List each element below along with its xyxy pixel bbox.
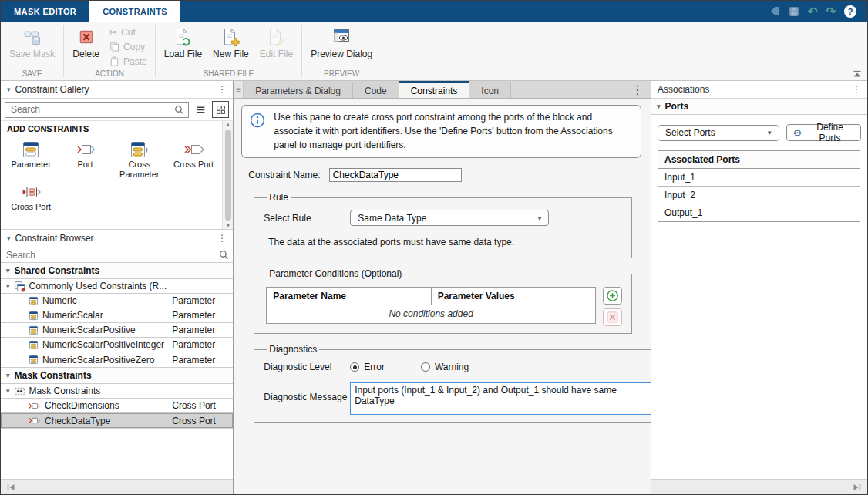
cross-port-red-constraint-icon <box>21 182 41 202</box>
save-mask-button[interactable]: Save Mask <box>4 24 60 61</box>
gallery-scrollbar[interactable]: ▲ ▼ <box>222 121 233 229</box>
kebab-menu-icon[interactable]: ⋮ <box>217 233 227 244</box>
tabbar-grip-icon[interactable]: ≡ <box>234 81 244 98</box>
grid-view-button[interactable] <box>212 101 229 118</box>
conditions-empty-text: No conditions added <box>267 305 595 323</box>
scroll-down-icon[interactable]: ▼ <box>225 222 231 229</box>
search-icon <box>219 250 229 260</box>
tree-group-row[interactable]: ▾ Mask Constraints <box>1 384 233 399</box>
collapse-ribbon-icon[interactable] <box>853 70 862 78</box>
diagnostic-message-input[interactable]: Input ports (Input_1 & Input_2) and Outp… <box>350 382 651 415</box>
table-row-checkdimensions[interactable]: CheckDimensions Cross Port <box>1 399 233 413</box>
shared-constraints-section-header[interactable]: ▾ Shared Constraints <box>1 263 233 279</box>
paste-button[interactable]: Paste <box>105 54 152 69</box>
table-row[interactable]: NumericScalar Parameter <box>1 308 233 323</box>
browser-search-input[interactable] <box>5 249 219 261</box>
collapse-caret-icon[interactable]: ▾ <box>6 387 10 395</box>
save-icon[interactable] <box>789 6 799 17</box>
ribbon-group-label-shared-file: SHARED FILE <box>159 69 298 80</box>
load-file-icon <box>173 26 193 48</box>
table-row[interactable]: NumericScalarPositiveInteger Parameter <box>1 338 233 352</box>
tab-icon[interactable]: Icon <box>469 81 511 98</box>
collapse-panel-left-icon[interactable] <box>6 483 15 492</box>
undo-icon[interactable]: ↶ <box>808 5 818 17</box>
copy-icon <box>109 42 119 52</box>
associations-title: Associations <box>658 84 709 95</box>
tab-constraints[interactable]: Constraints <box>399 81 470 98</box>
constraint-name-label: Constraint Name: <box>248 170 320 180</box>
gallery-item-cross-port[interactable]: Cross Port <box>167 140 220 179</box>
table-row[interactable]: NumericScalarPositive Parameter <box>1 323 233 338</box>
list-view-button[interactable] <box>192 101 209 118</box>
radio-error[interactable]: Error <box>350 362 385 372</box>
new-file-button[interactable]: New File <box>207 24 254 61</box>
gallery-search-input[interactable] <box>9 103 174 116</box>
add-condition-button[interactable] <box>603 287 622 305</box>
toolstrip-tab-constraints[interactable]: CONSTRAINTS <box>89 1 180 22</box>
port-row-input-2[interactable]: Input_2 <box>658 187 860 204</box>
toolstrip-tabbar: MASK EDITOR CONSTRAINTS ↶ ↷ ? <box>1 1 867 22</box>
select-ports-dropdown[interactable]: Select Ports ▾ <box>658 125 779 141</box>
port-row-input-1[interactable]: Input_1 <box>658 169 860 187</box>
collapse-caret-icon[interactable]: ▾ <box>6 282 10 290</box>
collapse-caret-icon[interactable]: ▾ <box>7 234 11 242</box>
select-rule-dropdown[interactable]: Same Data Type ▾ <box>350 210 549 226</box>
table-row[interactable]: Numeric Parameter <box>1 294 233 308</box>
table-row[interactable]: NumericScalarPositiveZero Parameter <box>1 352 233 367</box>
port-row-output-1[interactable]: Output_1 <box>658 204 860 221</box>
main-panel: ≡ Parameters & Dialog Code Constraints I… <box>234 81 651 494</box>
search-icon <box>174 105 184 115</box>
parameter-constraint-icon <box>29 325 39 335</box>
edit-file-button[interactable]: Edit File <box>254 24 298 61</box>
radio-warning[interactable]: Warning <box>421 362 469 372</box>
constraint-gallery-grid: Parameter Port Cross Parameter Cross Por… <box>1 136 233 212</box>
copy-button[interactable]: Copy <box>105 39 152 54</box>
gallery-item-port[interactable]: Port <box>58 140 112 179</box>
delete-button[interactable]: Delete <box>67 24 105 61</box>
mask-constraints-tree: ▾ Mask Constraints CheckDimensions Cross… <box>1 384 233 429</box>
collapse-panel-right-icon[interactable] <box>853 483 862 492</box>
tree-group-row[interactable]: ▾ Commonly Used Constraints (R... <box>1 279 233 294</box>
tab-code[interactable]: Code <box>353 81 399 98</box>
associated-ports-header: Associated Ports <box>658 151 860 169</box>
kebab-menu-icon[interactable]: ⋮ <box>852 84 861 95</box>
collapse-caret-icon[interactable]: ▾ <box>7 86 11 93</box>
tab-parameters-and-dialog[interactable]: Parameters & Dialog <box>244 81 353 98</box>
kebab-menu-icon[interactable]: ⋮ <box>217 84 227 95</box>
diagnostics-section: Diagnostics Diagnostic Level Error Warni… <box>254 344 651 423</box>
info-banner: Use this pane to create cross port const… <box>241 105 641 158</box>
parameter-constraint-icon <box>29 355 39 365</box>
scroll-up-icon[interactable]: ▲ <box>225 121 231 128</box>
cross-port-constraint-icon <box>183 140 204 160</box>
associations-panel: Associations ⋮ ▾ Ports Select Ports ▾ ⚙ … <box>651 81 867 494</box>
content-area: ▾ Constraint Gallery ⋮ ADD CONSTRAINTS P… <box>1 81 867 494</box>
help-button[interactable]: ? <box>844 5 856 18</box>
delete-icon <box>79 26 94 48</box>
toolstrip-tab-mask-editor[interactable]: MASK EDITOR <box>1 1 89 22</box>
parameter-constraint-icon <box>21 140 41 160</box>
constraint-library-icon <box>14 281 25 292</box>
constraint-name-row: Constraint Name: <box>248 168 641 182</box>
edit-file-icon <box>266 26 286 48</box>
parameter-constraint-icon <box>29 340 39 350</box>
mask-constraints-section-header[interactable]: ▾ Mask Constraints <box>1 368 233 384</box>
kebab-menu-icon[interactable]: ⋮ <box>631 81 651 98</box>
table-row-checkdatatype-selected[interactable]: CheckDataType Cross Port <box>1 413 233 428</box>
delete-condition-button[interactable] <box>603 308 622 326</box>
constraint-name-input[interactable] <box>329 168 462 182</box>
cut-button[interactable]: ✂ Cut <box>105 25 152 39</box>
rule-legend: Rule <box>267 192 291 203</box>
gallery-item-cross-parameter[interactable]: Cross Parameter <box>113 140 167 179</box>
scroll-thumb[interactable] <box>225 130 231 221</box>
redo-icon[interactable]: ↷ <box>826 5 836 17</box>
gallery-item-parameter[interactable]: Parameter <box>4 140 58 179</box>
define-ports-button[interactable]: ⚙ Define Ports <box>786 124 862 141</box>
ports-section-header[interactable]: ▾ Ports <box>651 99 867 115</box>
mask-constraints-icon <box>14 386 25 397</box>
ribbon-group-label-save: SAVE <box>4 69 60 80</box>
constraint-gallery-title: Constraint Gallery <box>15 84 89 95</box>
load-file-button[interactable]: Load File <box>159 24 207 61</box>
preview-dialog-button[interactable]: Preview Dialog <box>305 24 378 61</box>
gallery-item-cross-port-2[interactable]: Cross Port <box>4 182 58 212</box>
gear-icon: ⚙ <box>793 128 802 138</box>
